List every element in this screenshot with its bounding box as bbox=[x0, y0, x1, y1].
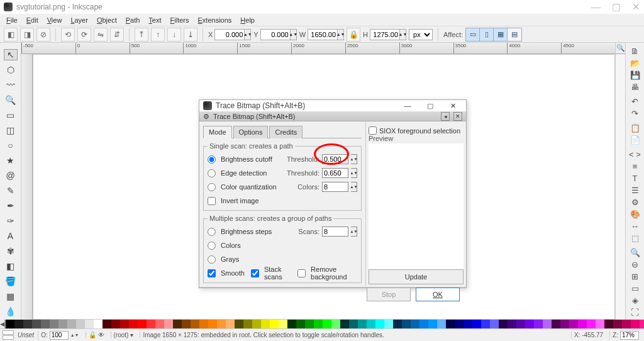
tool-dropper[interactable]: 💧 bbox=[4, 306, 18, 317]
tool-gradient[interactable]: ▦ bbox=[4, 291, 18, 302]
deselect-button[interactable]: ⊘ bbox=[36, 28, 50, 42]
menu-layer[interactable]: Layer bbox=[67, 15, 92, 25]
palette-swatch[interactable] bbox=[85, 320, 94, 328]
layer-selector[interactable]: (root) bbox=[114, 332, 129, 338]
cmd-zoom-in[interactable]: 🔍 bbox=[628, 248, 642, 257]
tool-zoom[interactable]: 🔍 bbox=[4, 94, 18, 106]
palette-swatch[interactable] bbox=[375, 320, 384, 328]
affect-corner-button[interactable]: ▯ bbox=[480, 28, 494, 41]
menu-extensions[interactable]: Extensions bbox=[194, 15, 236, 25]
remove-bg-checkbox[interactable] bbox=[297, 269, 306, 277]
palette-swatch[interactable] bbox=[622, 320, 631, 328]
cmd-open[interactable]: 📂 bbox=[628, 59, 642, 68]
dialog-minimize-button[interactable]: — bbox=[398, 100, 417, 111]
menu-object[interactable]: Object bbox=[93, 15, 121, 25]
palette-swatch[interactable] bbox=[490, 320, 499, 328]
palette-swatch[interactable] bbox=[111, 320, 120, 328]
tool-spray[interactable]: ✾ bbox=[4, 245, 18, 257]
palette-swatch[interactable] bbox=[23, 320, 32, 328]
cmd-zoom-out[interactable]: ⊖ bbox=[628, 260, 642, 269]
palette-swatch[interactable] bbox=[208, 320, 217, 328]
w-input[interactable] bbox=[308, 29, 338, 40]
fill-stroke-indicator[interactable] bbox=[3, 330, 14, 340]
tool-calligraphy[interactable]: ✑ bbox=[4, 215, 18, 226]
smooth-label[interactable]: Smooth bbox=[221, 269, 245, 277]
rotate-ccw-button[interactable]: ⟲ bbox=[61, 28, 75, 42]
cmd-save[interactable]: 💾 bbox=[628, 70, 642, 80]
palette-swatch[interactable] bbox=[279, 320, 287, 328]
quick-zoom-icon[interactable]: 🔍 bbox=[615, 43, 625, 54]
stop-button[interactable]: Stop bbox=[367, 288, 411, 301]
menu-text[interactable]: Text bbox=[145, 15, 165, 25]
palette-none-swatch[interactable] bbox=[4, 320, 6, 328]
threshold2-spinner[interactable]: ▲▼ bbox=[351, 168, 357, 178]
tool-node[interactable]: ⬡ bbox=[4, 64, 18, 75]
palette-swatch[interactable] bbox=[613, 320, 622, 328]
cmd-align[interactable]: ≡ bbox=[628, 162, 642, 171]
palette-swatch[interactable] bbox=[499, 320, 508, 328]
cmd-zoom-drawing[interactable]: ◈ bbox=[628, 296, 642, 305]
palette-swatch[interactable] bbox=[481, 320, 490, 328]
tab-mode[interactable]: Mode bbox=[203, 126, 232, 138]
palette-swatch[interactable] bbox=[393, 320, 402, 328]
palette-swatch[interactable] bbox=[199, 320, 208, 328]
palette-swatch[interactable] bbox=[235, 320, 243, 328]
tool-rect[interactable]: ▭ bbox=[4, 109, 18, 121]
tool-bezier[interactable]: ✒ bbox=[4, 200, 18, 211]
dialog-titlebar[interactable]: Trace Bitmap (Shift+Alt+B) — ▢ ✕ bbox=[199, 100, 466, 112]
colors-spinner[interactable]: ▲▼ bbox=[351, 182, 357, 192]
tool-star[interactable]: ★ bbox=[4, 155, 18, 166]
tab-credits[interactable]: Credits bbox=[269, 126, 303, 138]
window-minimize-button[interactable]: — bbox=[591, 1, 601, 13]
menu-view[interactable]: View bbox=[43, 15, 66, 25]
h-input[interactable] bbox=[370, 29, 400, 40]
palette-swatch[interactable] bbox=[173, 320, 182, 328]
rotate-cw-button[interactable]: ⟳ bbox=[77, 28, 91, 42]
cmd-paste[interactable]: 📄 bbox=[628, 135, 642, 145]
menu-edit[interactable]: Edit bbox=[23, 15, 42, 25]
palette-swatch[interactable] bbox=[596, 320, 604, 328]
affect-pattern-button[interactable]: ▤ bbox=[508, 28, 521, 41]
opacity-spinner[interactable]: ▲▼ bbox=[70, 333, 79, 337]
colors-input[interactable] bbox=[322, 182, 348, 192]
cmd-copy[interactable]: 📋 bbox=[628, 123, 642, 133]
palette-swatch[interactable] bbox=[182, 320, 191, 328]
brightness-cutoff-radio[interactable] bbox=[208, 155, 216, 164]
grays-radio[interactable] bbox=[208, 255, 216, 264]
h-spinner[interactable]: ▲▼ bbox=[400, 29, 406, 40]
palette-swatch[interactable] bbox=[147, 320, 155, 328]
cmd-fill[interactable]: 🎨 bbox=[628, 210, 642, 219]
palette-swatch[interactable] bbox=[578, 320, 587, 328]
grays-radio-label[interactable]: Grays bbox=[221, 255, 239, 263]
palette-swatch[interactable] bbox=[287, 320, 296, 328]
edge-detection-label[interactable]: Edge detection bbox=[221, 169, 267, 177]
palette-swatch[interactable] bbox=[455, 320, 464, 328]
palette-swatch[interactable] bbox=[525, 320, 534, 328]
palette-swatch[interactable] bbox=[41, 320, 50, 328]
raise-top-button[interactable]: ⤒ bbox=[135, 28, 148, 42]
cmd-zoom-page[interactable]: ▭ bbox=[628, 284, 642, 293]
palette-swatch[interactable] bbox=[252, 320, 261, 328]
palette-swatch[interactable] bbox=[569, 320, 578, 328]
palette-swatch[interactable] bbox=[296, 320, 305, 328]
palette-swatch[interactable] bbox=[631, 320, 640, 328]
tool-selector[interactable]: ↖ bbox=[4, 49, 18, 60]
cmd-print[interactable]: 🖶 bbox=[628, 82, 642, 92]
color-quant-radio[interactable] bbox=[208, 183, 216, 191]
palette-swatch[interactable] bbox=[402, 320, 411, 328]
siox-label[interactable]: SIOX foreground selection bbox=[379, 127, 460, 135]
color-quant-label[interactable]: Color quantization bbox=[221, 183, 277, 191]
invert-image-checkbox[interactable] bbox=[208, 197, 216, 205]
palette-swatch[interactable] bbox=[411, 320, 419, 328]
invert-image-label[interactable]: Invert image bbox=[221, 197, 259, 204]
siox-checkbox[interactable] bbox=[369, 126, 377, 135]
palette-swatch[interactable] bbox=[560, 320, 569, 328]
stack-label[interactable]: Stack scans bbox=[264, 266, 291, 281]
threshold1-spinner[interactable]: ▲▼ bbox=[351, 154, 357, 164]
brightness-cutoff-label[interactable]: Brightness cutoff bbox=[221, 155, 272, 163]
palette-swatch[interactable] bbox=[384, 320, 393, 328]
select-all-button[interactable]: ◧ bbox=[4, 28, 18, 42]
menu-path[interactable]: Path bbox=[122, 15, 144, 25]
palette-swatch[interactable] bbox=[191, 320, 199, 328]
y-input[interactable] bbox=[260, 29, 291, 40]
